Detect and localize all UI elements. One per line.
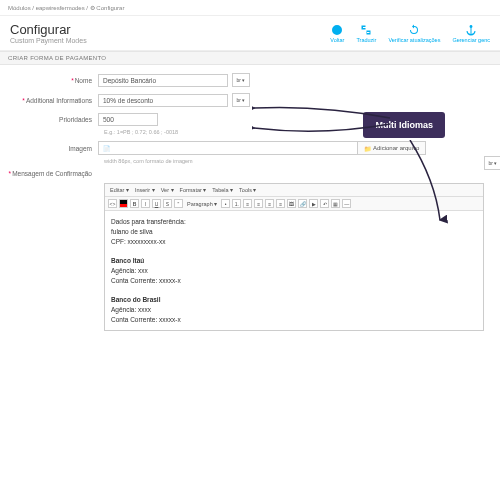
menu-insert[interactable]: Inserir ▾ xyxy=(133,186,157,194)
strike-button[interactable]: S xyxy=(163,199,172,208)
italic-button[interactable]: I xyxy=(141,199,150,208)
priority-input[interactable] xyxy=(98,113,158,126)
source-button[interactable]: <> xyxy=(108,199,117,208)
callout-multi-idiomas: Multi Idiomas xyxy=(363,112,445,138)
hr-button[interactable]: — xyxy=(342,199,351,208)
section-title: CRIAR FORMA DE PAGAMENTO xyxy=(0,51,500,65)
align-justify-button[interactable]: ≡ xyxy=(276,199,285,208)
bold-button[interactable]: B xyxy=(130,199,139,208)
additional-input[interactable] xyxy=(98,94,228,107)
name-label: Nome xyxy=(75,77,92,84)
editor-menubar: Editar ▾ Inserir ▾ Ver ▾ Formatar ▾ Tabe… xyxy=(105,184,483,197)
link-button[interactable]: 🔗 xyxy=(298,199,307,208)
menu-format[interactable]: Formatar ▾ xyxy=(178,186,209,194)
manage-button[interactable]: Gerenciar genc xyxy=(452,24,490,43)
menu-edit[interactable]: Editar ▾ xyxy=(108,186,131,194)
update-button[interactable]: Verificar atualizações xyxy=(388,24,440,43)
translate-icon xyxy=(360,24,372,36)
image-path-display: 📄 xyxy=(98,141,358,155)
editor-content[interactable]: Dados para transferência: fulano de silv… xyxy=(105,211,483,330)
breadcrumb: Módulos / eapwiresfermodes / ⚙ Configura… xyxy=(0,0,500,16)
browse-button[interactable]: 📁Adicionar arquivo xyxy=(358,141,426,155)
rich-text-editor: Editar ▾ Inserir ▾ Ver ▾ Formatar ▾ Tabe… xyxy=(104,183,484,331)
align-left-button[interactable]: ≡ xyxy=(243,199,252,208)
page-title: Configurar xyxy=(10,22,87,37)
paragraph-dropdown[interactable]: Paragraph ▾ xyxy=(185,200,219,208)
media-button[interactable]: ▶ xyxy=(309,199,318,208)
page-subtitle: Custom Payment Modes xyxy=(10,37,87,44)
underline-button[interactable]: U xyxy=(152,199,161,208)
message-label: Mensagem de Confirmação xyxy=(12,170,92,177)
quote-button[interactable]: " xyxy=(174,199,183,208)
align-center-button[interactable]: ≡ xyxy=(254,199,263,208)
priority-label: Prioridades xyxy=(8,116,98,123)
undo-button[interactable]: ↶ xyxy=(320,199,329,208)
menu-tools[interactable]: Tools ▾ xyxy=(237,186,258,194)
menu-table[interactable]: Tabela ▾ xyxy=(210,186,235,194)
ul-button[interactable]: • xyxy=(221,199,230,208)
image-button[interactable]: 🖼 xyxy=(287,199,296,208)
file-icon: 📄 xyxy=(103,145,110,152)
page-header: Configurar Custom Payment Modes Voltar T… xyxy=(0,16,500,51)
lang-dropdown-name[interactable]: br ▾ xyxy=(232,73,250,87)
color-button[interactable] xyxy=(119,199,128,208)
translate-button[interactable]: Traduzir xyxy=(356,24,376,43)
image-hint: width 86px, com formato de imagem xyxy=(104,158,492,164)
refresh-icon xyxy=(408,24,420,36)
folder-icon: 📁 xyxy=(364,145,371,152)
back-icon xyxy=(331,24,343,36)
back-button[interactable]: Voltar xyxy=(330,24,344,43)
name-input[interactable] xyxy=(98,74,228,87)
lang-dropdown-additional[interactable]: br ▾ xyxy=(232,93,250,107)
editor-toolbar: <> B I U S " Paragraph ▾ • 1. ≡ ≡ ≡ ≡ 🖼 … xyxy=(105,197,483,211)
anchor-icon xyxy=(465,24,477,36)
image-label: Imagem xyxy=(8,145,98,152)
additional-label: Additional Informations xyxy=(26,97,92,104)
align-right-button[interactable]: ≡ xyxy=(265,199,274,208)
ol-button[interactable]: 1. xyxy=(232,199,241,208)
lang-dropdown-message[interactable]: br ▾ xyxy=(484,156,500,170)
table-button[interactable]: ▦ xyxy=(331,199,340,208)
menu-view[interactable]: Ver ▾ xyxy=(159,186,176,194)
